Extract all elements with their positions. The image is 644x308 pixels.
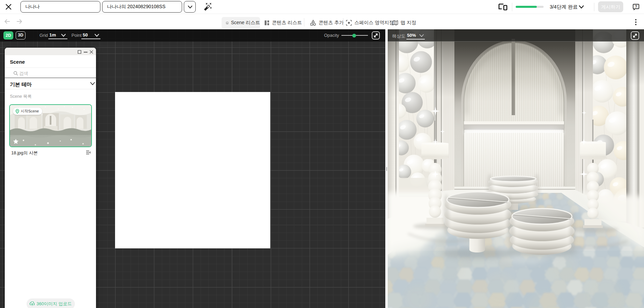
svg-text:?: ? (635, 5, 637, 9)
